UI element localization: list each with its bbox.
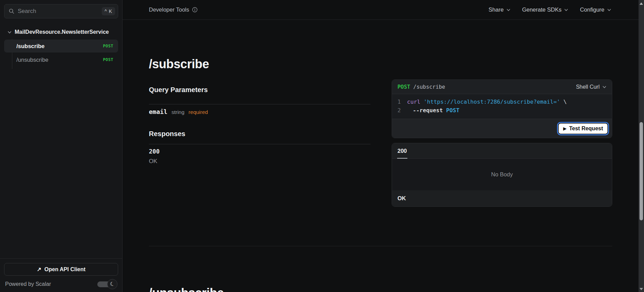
parameter-required-flag: required (188, 109, 208, 115)
search-input[interactable] (18, 8, 99, 15)
search-shortcut-badge: ^ K (102, 7, 115, 15)
request-example-footer: ▶ Test Request (392, 119, 612, 138)
endpoint-content: /subscribe Query Parameters email string… (123, 20, 639, 292)
code-token-continuation: \ (563, 98, 567, 106)
sidebar-group-newsletter-service[interactable]: MailDevResource.NewsletterService (0, 25, 122, 38)
endpoint-columns: Query Parameters email string required R… (149, 79, 612, 207)
method-badge-post: POST (103, 44, 114, 48)
dark-mode-toggle[interactable]: ☾ (97, 281, 113, 287)
response-description: OK (149, 158, 370, 165)
generate-sdks-label: Generate SDKs (522, 6, 562, 13)
powered-by-row: Powered by Scalar ☾ (4, 281, 118, 288)
sidebar-item-subscribe[interactable]: /subscribe POST (4, 40, 118, 53)
arrow-up-right-icon: ↗ (37, 267, 41, 272)
parameter-row: email string required (149, 108, 370, 115)
powered-by-scalar-link[interactable]: Powered by Scalar (5, 281, 51, 287)
response-example-body: No Body (392, 159, 612, 190)
sidebar-item-label: /unsubscribe (16, 57, 48, 63)
chevron-down-icon (506, 8, 510, 12)
sidebar: ^ K MailDevResource.NewsletterService /s… (0, 0, 123, 292)
main-area: Developer Tools Share Generate SDKs (123, 0, 639, 292)
vertical-scrollbar[interactable] (639, 0, 644, 292)
code-token-url: 'https://localhost:7286/subscribe?email=… (424, 98, 560, 106)
query-parameters-heading: Query Parameters (149, 86, 370, 94)
divider (149, 104, 370, 104)
share-button[interactable]: Share (489, 6, 510, 13)
method-badge-post: POST (103, 57, 114, 62)
response-example-card: 200 No Body OK (392, 143, 612, 207)
code-token-command: curl (407, 98, 420, 106)
scroll-down-arrow-icon[interactable] (640, 288, 643, 290)
chevron-down-icon (8, 30, 12, 34)
request-example-card: POST /subscribe Shell Curl 1 (392, 79, 612, 138)
endpoint-title: /subscribe (149, 57, 612, 71)
top-header: Developer Tools Share Generate SDKs (123, 0, 639, 20)
search-icon (9, 8, 15, 14)
chevron-down-icon (607, 8, 611, 12)
share-label: Share (489, 6, 504, 13)
response-status-tabs: 200 (392, 143, 612, 159)
sidebar-footer: ↗ Open API Client Powered by Scalar ☾ (0, 258, 122, 292)
code-token-flag: --request (407, 106, 443, 115)
play-icon: ▶ (563, 127, 566, 131)
app-root: ^ K MailDevResource.NewsletterService /s… (0, 0, 644, 292)
configure-label: Configure (580, 6, 604, 13)
endpoint-details-column: Query Parameters email string required R… (149, 79, 370, 207)
test-request-label: Test Request (569, 126, 603, 132)
code-snippet: 1 curl 'https://localhost:7286/subscribe… (392, 94, 612, 119)
chevron-down-icon (564, 8, 568, 12)
sidebar-nav: MailDevResource.NewsletterService /subsc… (0, 23, 122, 258)
sidebar-item-unsubscribe[interactable]: /unsubscribe POST (4, 53, 118, 66)
response-ok-label: OK (397, 195, 406, 202)
scroll-up-arrow-icon[interactable] (640, 2, 643, 5)
section-divider (149, 246, 612, 246)
sidebar-item-label: /subscribe (16, 43, 45, 49)
no-body-label: No Body (491, 171, 513, 178)
code-line: 1 curl 'https://localhost:7286/subscribe… (397, 98, 606, 106)
status-tab-200[interactable]: 200 (397, 143, 407, 158)
next-endpoint-title: /unsubscribe (149, 286, 612, 292)
sidebar-endpoint-list: /subscribe POST /unsubscribe POST (0, 38, 122, 66)
request-path-label: /subscribe (413, 84, 445, 90)
language-select[interactable]: Shell Curl (576, 84, 606, 90)
search-box[interactable]: ^ K (4, 4, 118, 18)
header-actions: Share Generate SDKs Configure (489, 6, 611, 13)
developer-tools-label: Developer Tools (149, 6, 189, 13)
request-example-header: POST /subscribe Shell Curl (392, 80, 612, 94)
parameter-type: string (171, 109, 184, 115)
open-api-client-label: Open API Client (44, 266, 85, 273)
language-select-value: Shell Curl (576, 84, 600, 90)
configure-button[interactable]: Configure (580, 6, 611, 13)
developer-tools-title: Developer Tools (149, 6, 198, 13)
parameter-name: email (149, 108, 167, 115)
code-token-method: POST (446, 106, 459, 115)
chevron-down-icon (602, 85, 606, 89)
test-request-button[interactable]: ▶ Test Request (558, 123, 608, 134)
scrollbar-thumb[interactable] (640, 122, 643, 220)
sidebar-group-label: MailDevResource.NewsletterService (15, 29, 116, 35)
divider (149, 144, 370, 144)
request-method-label: POST (397, 84, 410, 90)
line-number: 2 (397, 106, 407, 115)
generate-sdks-button[interactable]: Generate SDKs (522, 6, 569, 13)
moon-icon: ☾ (109, 281, 116, 288)
open-api-client-button[interactable]: ↗ Open API Client (4, 263, 118, 276)
response-example-footer: OK (392, 190, 612, 206)
example-column: POST /subscribe Shell Curl 1 (392, 79, 612, 207)
toggle-knob: ☾ (107, 279, 117, 289)
line-number: 1 (397, 98, 407, 106)
info-icon[interactable] (192, 7, 198, 13)
code-line: 2 --request POST (397, 106, 606, 115)
response-code: 200 (149, 148, 370, 155)
responses-heading: Responses (149, 130, 370, 138)
